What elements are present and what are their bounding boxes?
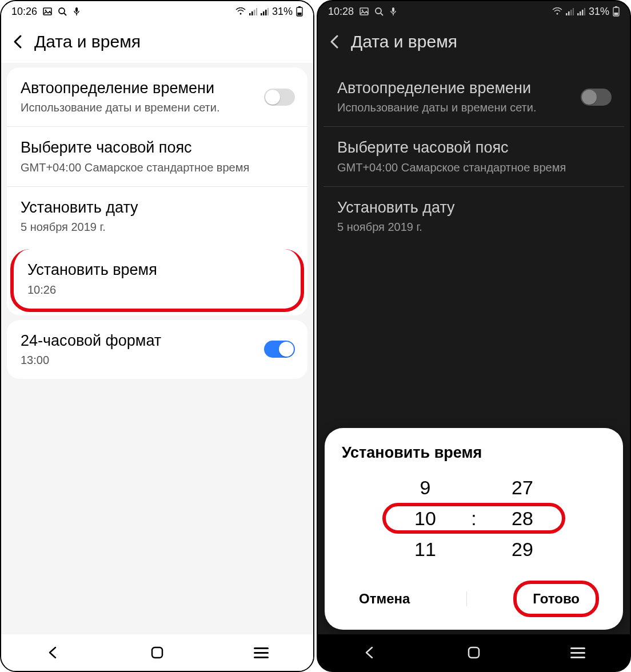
- status-time: 10:28: [328, 6, 354, 18]
- dialog-buttons: Отмена Готово: [342, 577, 606, 619]
- svg-rect-17: [298, 13, 302, 15]
- minute-prev: 27: [482, 472, 562, 503]
- svg-rect-28: [570, 10, 572, 15]
- cancel-button[interactable]: Отмена: [349, 585, 420, 613]
- nav-home-icon[interactable]: [150, 645, 165, 660]
- auto-time-sub: Использование даты и времени сети.: [337, 101, 566, 115]
- auto-time-title: Автоопределение времени: [21, 79, 238, 97]
- row-set-time[interactable]: Установить время 10:26: [10, 249, 304, 311]
- svg-point-6: [239, 13, 241, 15]
- auto-time-toggle[interactable]: [264, 89, 295, 106]
- button-divider: [466, 591, 467, 606]
- format24-toggle[interactable]: [264, 341, 295, 358]
- set-time-sub: 10:26: [27, 283, 287, 297]
- row-24h-format[interactable]: 24-часовой формат 13:00: [7, 320, 307, 379]
- svg-rect-30: [577, 13, 579, 15]
- svg-rect-33: [584, 8, 585, 15]
- settings-card-1: Автоопределение времени Использование да…: [324, 67, 624, 246]
- battery-icon: [296, 6, 303, 17]
- svg-rect-14: [267, 8, 269, 15]
- phone-screen-left: 10:26 31%: [0, 0, 314, 672]
- minute-next: 29: [482, 534, 562, 565]
- auto-time-sub: Использование даты и времени сети.: [21, 101, 249, 115]
- svg-line-22: [381, 13, 383, 15]
- done-button[interactable]: Готово: [522, 585, 590, 613]
- svg-rect-7: [249, 13, 251, 15]
- svg-point-1: [45, 10, 47, 11]
- status-bar: 10:26 31%: [1, 1, 313, 22]
- svg-rect-36: [614, 13, 618, 15]
- wifi-icon: [552, 7, 562, 15]
- battery-icon: [613, 6, 620, 17]
- settings-card-1: Автоопределение времени Использование да…: [7, 67, 307, 315]
- phone-screen-right: 10:28: [317, 0, 631, 672]
- svg-rect-16: [298, 6, 301, 7]
- page-title: Дата и время: [34, 32, 141, 51]
- svg-rect-26: [566, 13, 568, 15]
- svg-line-3: [64, 13, 66, 15]
- svg-point-21: [376, 8, 381, 14]
- nav-recents-icon[interactable]: [254, 647, 269, 658]
- row-timezone[interactable]: Выберите часовой пояс GMT+04:00 Самарско…: [7, 126, 307, 186]
- svg-rect-10: [256, 8, 257, 15]
- row-auto-time[interactable]: Автоопределение времени Использование да…: [7, 67, 307, 126]
- signal2-icon: [261, 7, 269, 15]
- timezone-title: Выберите часовой пояс: [21, 138, 294, 157]
- status-battery-pct: 31%: [272, 6, 293, 18]
- hour-selected: 10: [385, 503, 465, 534]
- hour-picker-col[interactable]: 9 10 11: [385, 472, 465, 565]
- svg-rect-29: [573, 8, 574, 15]
- back-icon[interactable]: [329, 34, 341, 50]
- nav-bar: [1, 634, 313, 671]
- svg-rect-11: [261, 13, 262, 15]
- row-set-date[interactable]: Установить дату 5 ноября 2019 г.: [7, 186, 307, 246]
- svg-rect-32: [582, 10, 584, 15]
- hour-prev: 9: [385, 472, 465, 503]
- mic-icon: [73, 7, 81, 16]
- gallery-icon: [43, 7, 52, 16]
- page-header: Дата и время: [318, 22, 630, 63]
- format24-sub: 13:00: [21, 353, 294, 367]
- svg-rect-23: [392, 7, 394, 12]
- back-icon[interactable]: [13, 34, 24, 50]
- search-icon: [58, 7, 67, 16]
- time-colon: :: [465, 507, 482, 530]
- svg-rect-35: [615, 6, 617, 7]
- minute-picker-col[interactable]: 27 28 29: [482, 472, 562, 565]
- page-title: Дата и время: [351, 32, 457, 51]
- time-picker-dialog: Установить время 9 10 11 : 27 28 29 Отме…: [325, 428, 623, 630]
- timezone-sub: GMT+04:00 Самарское стандартное время: [337, 161, 610, 175]
- auto-time-toggle: [581, 89, 612, 106]
- svg-rect-4: [75, 7, 78, 12]
- time-picker[interactable]: 9 10 11 : 27 28 29: [342, 472, 606, 565]
- set-date-sub: 5 ноября 2019 г.: [337, 220, 610, 234]
- svg-point-25: [556, 13, 558, 15]
- svg-rect-37: [469, 647, 479, 658]
- svg-rect-31: [580, 11, 581, 15]
- hour-next: 11: [385, 534, 465, 565]
- wifi-icon: [235, 7, 246, 15]
- signal2-icon: [577, 7, 585, 15]
- nav-home-icon[interactable]: [466, 645, 481, 660]
- row-timezone: Выберите часовой пояс GMT+04:00 Самарско…: [324, 126, 624, 186]
- svg-rect-9: [254, 10, 255, 15]
- svg-point-2: [59, 8, 65, 14]
- svg-point-20: [362, 10, 364, 11]
- svg-rect-8: [251, 11, 253, 15]
- page-header: Дата и время: [1, 22, 313, 63]
- search-icon: [374, 7, 384, 16]
- signal-icon: [566, 7, 574, 15]
- nav-recents-icon[interactable]: [570, 647, 585, 658]
- svg-rect-18: [152, 647, 162, 658]
- set-date-title: Установить дату: [21, 198, 294, 217]
- timezone-sub: GMT+04:00 Самарское стандартное время: [21, 161, 294, 175]
- settings-card-2: 24-часовой формат 13:00: [7, 320, 307, 379]
- nav-back-icon[interactable]: [362, 645, 377, 660]
- signal-icon: [249, 7, 257, 15]
- set-date-sub: 5 ноября 2019 г.: [21, 220, 294, 234]
- format24-title: 24-часовой формат: [21, 331, 294, 350]
- minute-selected: 28: [482, 503, 562, 534]
- svg-rect-27: [568, 11, 570, 15]
- status-battery-pct: 31%: [589, 6, 609, 18]
- nav-back-icon[interactable]: [46, 645, 61, 660]
